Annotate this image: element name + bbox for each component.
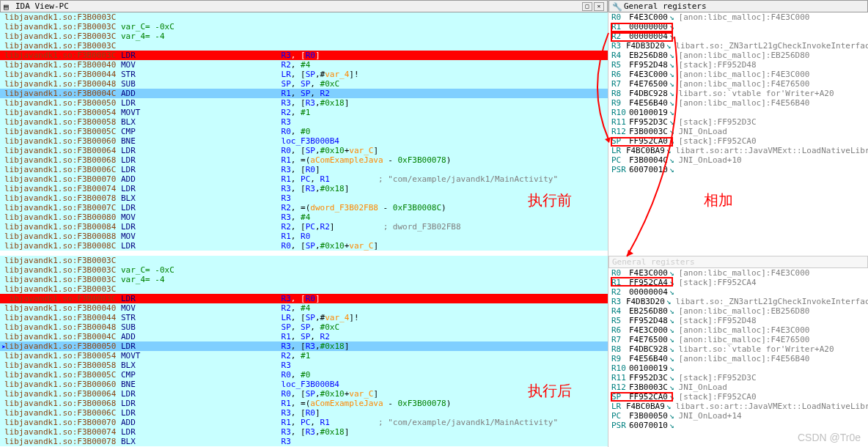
disasm-line[interactable]: libjavandk1.so:F3B0003C var_4= -4 (0, 32, 608, 41)
register-row[interactable]: R10 00100019 ↘ (608, 108, 868, 117)
disasm-line[interactable]: libjavandk1.so:F3B00060 BNE loc_F3B000B4 (0, 380, 608, 389)
disasm-line[interactable]: libjavandk1.so:F3B0004C ADD R1, SP, R2 (0, 89, 608, 98)
registers-title-text: General registers (624, 1, 707, 11)
register-row[interactable]: R0 F4E3C000 ↘ [anon:libc_malloc]:F4E3C00… (608, 268, 868, 278)
disassembly-before[interactable]: libjavandk1.so:F3B0003C libjavandk1.so:F… (0, 12, 608, 256)
registers-title-top: 🔧 General registers (608, 0, 868, 12)
register-row[interactable]: R9 F4E56B40 ↘ [anon:libc_malloc]:F4E56B4… (608, 354, 868, 363)
register-row[interactable]: R12 F3B0003C ↘ JNI_OnLoad (608, 127, 868, 136)
disasm-line[interactable]: libjavandk1.so:F3B0008C LDR R0, [SP,#0x1… (0, 241, 608, 251)
disasm-line[interactable]: libjavandk1.so:F3B0005C CMP R0, #0 (0, 370, 608, 380)
registers-title-text-2: General registers (612, 257, 695, 267)
register-row[interactable]: R8 F4DBC928 ↘ libart.so:`vtable for'Writ… (608, 344, 868, 354)
disasm-line[interactable]: libjavandk1.so:F3B0004C ADD R1, SP, R2 (0, 332, 608, 341)
register-row[interactable]: R6 F4E3C000 ↘ [anon:libc_malloc]:F4E3C00… (608, 70, 868, 79)
disasm-line[interactable]: libjavandk1.so:F3B00068 LDR R1, =(aComEx… (0, 399, 608, 408)
disasm-line[interactable]: libjavandk1.so:F3B00080 MOV R3, #4 (0, 213, 608, 222)
register-row[interactable]: R11 FF952D3C ↘ [stack]:FF952D3C (608, 373, 868, 383)
disasm-line[interactable]: libjavandk1.so:F3B0003C var_4= -4 (0, 275, 608, 284)
disasm-line[interactable]: libjavandk1.so:F3B00058 BLX R3 (0, 361, 608, 370)
register-row[interactable]: R8 F4DBC928 ↘ libart.so:`vtable for'Writ… (608, 89, 868, 98)
ida-icon: ▤ (4, 2, 12, 11)
register-row[interactable]: R3 F4DB3D20 ↘ libart.so:_ZN3artL21gCheck… (608, 41, 868, 51)
disasm-line[interactable]: libjavandk1.so:F3B00050 LDR R3, [R3,#0x1… (0, 98, 608, 108)
disasm-line[interactable]: libjavandk1.so:F3B0003C var_C= -0xC (0, 265, 608, 275)
disasm-line[interactable]: libjavandk1.so:F3B00064 LDR R0, [SP,#0x1… (0, 389, 608, 399)
disasm-line[interactable]: libjavandk1.so:F3B0006C LDR R3, [R0] (0, 165, 608, 174)
register-row[interactable]: R10 00100019 ↘ (608, 363, 868, 373)
register-row[interactable]: R9 F4E56B40 ↘ [anon:libc_malloc]:F4E56B4… (608, 98, 868, 108)
disasm-line[interactable]: libjavandk1.so:F3B00048 SUB SP, SP, #0xC (0, 322, 608, 332)
register-row[interactable]: R3 F4DB3D20 ↘ libart.so:_ZN3artL21gCheck… (608, 297, 868, 306)
window-restore-button[interactable]: □ (582, 2, 592, 11)
disassembly-after[interactable]: ➤ libjavandk1.so:F3B0003C libjavandk1.so… (0, 256, 608, 446)
register-row[interactable]: PC F3B0004C ↘ JNI_OnLoad+10 (608, 155, 868, 165)
disasm-line[interactable]: libjavandk1.so:F3B00044 STR LR, [SP,#var… (0, 313, 608, 322)
disasm-line[interactable]: libjavandk1.so:F3B0003C (0, 12, 608, 22)
disasm-line[interactable]: libjavandk1.so:F3B0005C CMP R0, #0 (0, 127, 608, 136)
disasm-line[interactable]: libjavandk1.so:F3B00054 MOVT R2, #1 (0, 351, 608, 361)
disasm-line[interactable]: libjavandk1.so:F3B00048 SUB SP, SP, #0xC (0, 79, 608, 89)
register-row[interactable]: LR F4BC0BA9 ↘ libart.so:art::JavaVMExt::… (608, 402, 868, 411)
registers-title-bot: General registers (608, 256, 868, 268)
register-row[interactable]: R0 F4E3C000 ↘ [anon:libc_malloc]:F4E3C00… (608, 12, 868, 22)
disasm-line[interactable]: libjavandk1.so:F3B00074 LDR R3, [R3,#0x1… (0, 427, 608, 437)
register-row[interactable]: LR F4BC0BA9 ↘ libart.so:art::JavaVMExt::… (608, 146, 868, 155)
register-row[interactable]: SP FF952CA0 ↘ [stack]:FF952CA0 (608, 136, 868, 146)
registers-before[interactable]: R0 F4E3C000 ↘ [anon:libc_malloc]:F4E3C00… (608, 12, 868, 256)
registers-after[interactable]: R0 F4E3C000 ↘ [anon:libc_malloc]:F4E3C00… (608, 268, 868, 444)
disasm-line[interactable]: libjavandk1.so:F3B00088 MOV R1, R0 (0, 232, 608, 241)
disasm-line[interactable]: libjavandk1.so:F3B00070 ADD R1, PC, R1 ;… (0, 174, 608, 184)
pc-arrow-icon: ➤ (1, 343, 6, 351)
register-row[interactable]: R7 F4E76500 ↘ [anon:libc_malloc]:F4E7650… (608, 79, 868, 89)
disasm-line[interactable]: libjavandk1.so:F3B0003C (0, 256, 608, 265)
disasm-line[interactable]: libjavandk1.so:F3B00044 STR LR, [SP,#var… (0, 70, 608, 79)
disasm-line[interactable]: libjavandk1.so:F3B0003C LDR R3, [R0] (0, 294, 608, 303)
register-row[interactable]: R4 EB256D80 ↘ [anon:libc_malloc]:EB256D8… (608, 51, 868, 60)
register-row[interactable]: R5 FF952D48 ↘ [stack]:FF952D48 (608, 316, 868, 325)
ida-view-title: ▤ IDA View-PC □ ✕ (0, 0, 608, 12)
register-row[interactable]: R5 FF952D48 ↘ [stack]:FF952D48 (608, 60, 868, 70)
register-row[interactable]: R2 00000004 ↘ (608, 287, 868, 297)
disasm-line[interactable]: libjavandk1.so:F3B0003C (0, 41, 608, 51)
disasm-line[interactable]: libjavandk1.so:F3B00078 BLX R3 (0, 437, 608, 446)
disasm-line[interactable]: libjavandk1.so:F3B00084 LDR R2, [PC,R2] … (0, 222, 608, 232)
disasm-line[interactable]: libjavandk1.so:F3B00040 MOV R2, #4 (0, 303, 608, 313)
register-row[interactable]: PC F3B00050 ↘ JNI_OnLoad+14 (608, 411, 868, 421)
watermark: CSDN @Tr0e (798, 432, 861, 443)
disasm-line[interactable]: libjavandk1.so:F3B00040 MOV R2, #4 (0, 60, 608, 70)
register-row[interactable]: R1 00000000 ↘ (608, 22, 868, 32)
window-close-button[interactable]: ✕ (594, 2, 604, 11)
disasm-line[interactable]: libjavandk1.so:F3B0006C LDR R3, [R0] (0, 408, 608, 418)
register-row[interactable]: R11 FF952D3C ↘ [stack]:FF952D3C (608, 117, 868, 127)
register-row[interactable]: R2 00000004 ↘ (608, 32, 868, 41)
ida-title-text: IDA View-PC (15, 1, 69, 11)
disasm-line[interactable]: libjavandk1.so:F3B00078 BLX R3 (0, 193, 608, 203)
disasm-line[interactable]: libjavandk1.so:F3B0003C var_C= -0xC (0, 22, 608, 32)
register-row[interactable]: SP FF952CA0 ↘ [stack]:FF952CA0 (608, 392, 868, 402)
disasm-line[interactable]: libjavandk1.so:F3B0003C LDR R3, [R0] (0, 51, 608, 60)
disasm-line[interactable]: libjavandk1.so:F3B00070 ADD R1, PC, R1 ;… (0, 418, 608, 427)
register-row[interactable]: R7 F4E76500 ↘ [anon:libc_malloc]:F4E7650… (608, 335, 868, 344)
disasm-line[interactable]: libjavandk1.so:F3B00054 MOVT R2, #1 (0, 108, 608, 117)
register-row[interactable]: R4 EB256D80 ↘ [anon:libc_malloc]:EB256D8… (608, 306, 868, 316)
registers-icon: 🔧 (612, 2, 621, 11)
register-row[interactable]: PSR 60070010 ↘ (608, 165, 868, 174)
disasm-line[interactable]: libjavandk1.so:F3B00064 LDR R0, [SP,#0x1… (0, 146, 608, 155)
disasm-line[interactable]: libjavandk1.so:F3B00060 BNE loc_F3B000B4 (0, 136, 608, 146)
register-row[interactable]: R12 F3B0003C ↘ JNI_OnLoad (608, 383, 868, 392)
disasm-line[interactable]: libjavandk1.so:F3B00050 LDR R3, [R3,#0x1… (0, 341, 608, 351)
disasm-line[interactable]: libjavandk1.so:F3B00058 BLX R3 (0, 117, 608, 127)
register-row[interactable]: PSR 60070010 ↘ (608, 421, 868, 430)
disasm-line[interactable]: libjavandk1.so:F3B00068 LDR R1, =(aComEx… (0, 155, 608, 165)
disasm-line[interactable]: libjavandk1.so:F3B00074 LDR R3, [R3,#0x1… (0, 184, 608, 193)
breakpoint-icon[interactable] (1, 295, 9, 303)
register-row[interactable]: R6 F4E3C000 ↘ [anon:libc_malloc]:F4E3C00… (608, 325, 868, 335)
disasm-line[interactable]: libjavandk1.so:F3B0007C LDR R2, =(dword_… (0, 203, 608, 213)
register-row[interactable]: R1 FF952CA4 ↘ [stack]:FF952CA4 (608, 278, 868, 287)
disasm-line[interactable]: libjavandk1.so:F3B0003C (0, 284, 608, 294)
